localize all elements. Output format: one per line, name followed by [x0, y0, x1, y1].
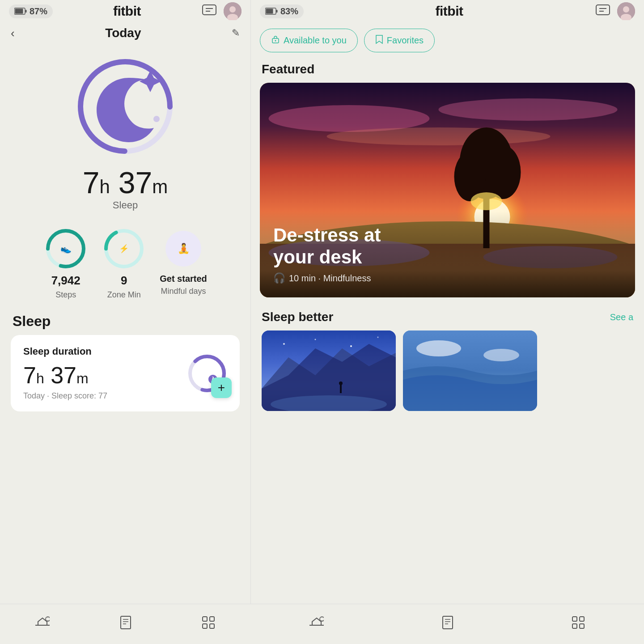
featured-label: Featured: [251, 59, 644, 83]
sleep-better-header: Sleep better See a: [251, 297, 644, 330]
right-panel: 83% fitbit: [250, 0, 644, 644]
svg-rect-82: [580, 624, 584, 628]
svg-point-69: [416, 340, 461, 356]
sleep-cards-row: [251, 330, 644, 411]
svg-point-70: [483, 349, 519, 361]
zone-icon: ⚡: [119, 244, 129, 254]
svg-rect-23: [121, 616, 131, 629]
sleep-ring[interactable]: [72, 53, 179, 160]
card-unit-h: h: [36, 370, 44, 386]
battery-icon: [14, 8, 27, 15]
available-icon: [271, 35, 280, 46]
add-sleep-button[interactable]: +: [211, 377, 232, 398]
featured-meta: 🎧 10 min · Mindfulness: [273, 272, 622, 284]
svg-point-57: [471, 192, 502, 210]
svg-rect-79: [572, 617, 577, 621]
zone-label: Zone Min: [107, 290, 141, 300]
today-title: Today: [105, 26, 141, 40]
moon-icon: [72, 53, 179, 160]
sleep-card-ring-button[interactable]: +: [187, 353, 227, 394]
featured-audio-icon: 🎧: [273, 272, 285, 284]
sleep-hours: 7: [83, 165, 100, 199]
nav-apps-right[interactable]: [563, 612, 594, 636]
featured-overlay: De-stress at your desk 🎧 10 min · Mindfu…: [260, 211, 635, 297]
svg-point-66: [339, 381, 343, 385]
nav-today-right[interactable]: [301, 613, 333, 636]
svg-point-41: [275, 40, 276, 42]
right-status-bar: 83% fitbit: [251, 0, 644, 22]
svg-rect-28: [210, 617, 214, 621]
sleep-card-time: 7h 37m: [23, 362, 107, 389]
apps-nav-icon: [202, 616, 215, 632]
svg-rect-65: [340, 384, 342, 393]
featured-card[interactable]: De-stress at your desk 🎧 10 min · Mindfu…: [260, 83, 635, 297]
sleep-section-label: Sleep: [0, 304, 250, 335]
mindful-ring: 🧘: [161, 226, 206, 271]
svg-rect-3: [203, 5, 216, 15]
sleep-duration-display: 7h 37m: [83, 167, 168, 198]
chat-icon[interactable]: [201, 3, 217, 19]
sleep-card-2[interactable]: [403, 330, 537, 411]
filter-tabs: Available to you Favorites: [251, 22, 644, 59]
svg-rect-80: [580, 617, 584, 621]
nav-log-left[interactable]: [111, 612, 140, 636]
right-status-right: [595, 2, 635, 20]
sleep-unit-h: h: [99, 176, 110, 197]
steps-ring: 👟: [43, 226, 88, 271]
featured-title-text: De-stress at your desk: [273, 225, 381, 267]
user-avatar[interactable]: [224, 2, 242, 20]
sleep-ring-section: 7h 37m Sleep: [0, 44, 250, 216]
nav-apps-left[interactable]: [193, 612, 224, 636]
mindful-icon: 🧘: [178, 243, 190, 254]
back-button[interactable]: ‹: [11, 26, 15, 40]
right-battery-icon: [265, 8, 278, 15]
favorites-label: Favorites: [387, 35, 424, 46]
svg-rect-81: [572, 624, 577, 628]
edit-button[interactable]: ✎: [232, 27, 240, 39]
right-avatar-image: [617, 2, 635, 20]
sleep-card-1[interactable]: [262, 330, 396, 411]
nav-today-left[interactable]: [26, 613, 59, 636]
zone-min-metric[interactable]: ⚡ 9 Zone Min: [102, 226, 146, 300]
sleep-duration-card[interactable]: Sleep duration 7h 37m Today · Sleep scor…: [11, 335, 240, 411]
sleep-better-title: Sleep better: [262, 310, 333, 324]
svg-point-63: [350, 345, 352, 347]
svg-rect-33: [266, 9, 273, 14]
card-unit-m: m: [76, 370, 89, 386]
right-message-icon: [596, 4, 610, 18]
left-status-right: [201, 2, 242, 20]
mindful-metric[interactable]: 🧘 Get started Mindful days: [160, 226, 207, 300]
log-nav-icon: [120, 615, 131, 633]
card-minutes: 37: [51, 362, 76, 388]
today-header: ‹ Today ✎: [0, 22, 250, 44]
favorites-tab[interactable]: Favorites: [364, 29, 435, 52]
mindful-value: Get started: [160, 274, 207, 284]
zone-value: 9: [121, 274, 127, 288]
available-label: Available to you: [284, 35, 347, 46]
right-apps-nav-icon: [572, 616, 585, 632]
svg-rect-27: [203, 617, 207, 621]
left-panel: 87% fitbit ‹ Today ✎: [0, 0, 250, 644]
steps-label: Steps: [55, 290, 76, 300]
nav-log-right[interactable]: [433, 612, 462, 636]
right-user-avatar[interactable]: [617, 2, 635, 20]
left-battery-group: 87%: [9, 4, 53, 18]
see-all-button[interactable]: See a: [610, 312, 633, 322]
sleep-label: Sleep: [113, 199, 138, 211]
zone-ring: ⚡: [102, 226, 146, 271]
today-nav-icon: [35, 616, 50, 632]
favorites-icon: [375, 34, 383, 47]
svg-point-38: [623, 6, 629, 13]
svg-rect-30: [210, 624, 214, 628]
left-status-bar: 87% fitbit: [0, 0, 250, 22]
available-tab[interactable]: Available to you: [260, 29, 358, 52]
steps-metric[interactable]: 👟 7,942 Steps: [43, 226, 88, 300]
svg-point-61: [283, 343, 285, 345]
left-bottom-nav: [0, 604, 250, 644]
svg-point-64: [377, 337, 379, 338]
left-app-title: fitbit: [113, 4, 141, 19]
left-battery-pct: 87%: [30, 6, 47, 17]
right-chat-icon[interactable]: [595, 3, 611, 19]
svg-rect-2: [15, 9, 23, 14]
sleep-thumb-2-image: [403, 330, 537, 411]
